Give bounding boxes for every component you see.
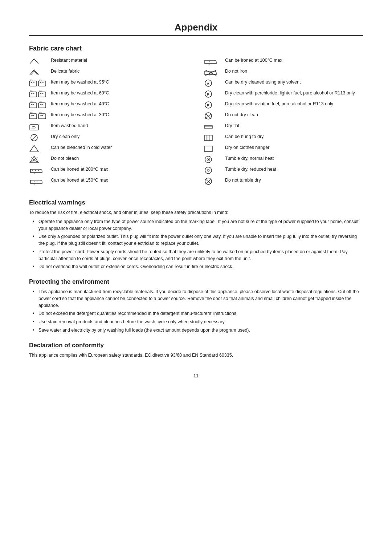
bleach-cold-icon (29, 145, 48, 153)
svg-text:A: A (207, 82, 209, 85)
fabric-care-heading: Fabric care chart (29, 45, 363, 52)
svg-point-26 (38, 170, 39, 171)
list-item: Tumble dry, normal heat (203, 155, 363, 163)
dry-flat-icon (203, 123, 222, 131)
svg-text:60: 60 (30, 90, 33, 92)
iron150-icon (29, 177, 48, 185)
list-item: 30 30 Item may be washed at 30°C. (29, 112, 189, 120)
svg-rect-6 (38, 92, 46, 97)
list-item: Do not overload the wall outlet or exten… (33, 263, 363, 270)
wash40-label: Item may be washed at 40°C. (51, 101, 110, 108)
dryclean-only-label: Dry clean only (51, 134, 79, 140)
svg-point-29 (37, 181, 37, 182)
declaration-section: Declaration of conformity This appliance… (29, 342, 363, 359)
list-item: 60 60 Item may be washed at 60°C (29, 90, 189, 98)
resistant-icon (29, 57, 48, 65)
svg-point-53 (208, 159, 209, 160)
list-item: Do not exceed the detergent quantities r… (33, 310, 363, 317)
handwash-label: Item washed hand (51, 123, 88, 129)
svg-rect-46 (204, 135, 212, 141)
list-item: A Can be dry cleaned using any solvent (203, 79, 363, 87)
list-item: Resistant material (29, 57, 189, 65)
clothes-hanger-icon (203, 145, 222, 153)
list-item: Do not iron (203, 68, 363, 76)
list-item: Use stain removal products and bleaches … (33, 319, 363, 325)
list-item: P Dry clean with perchloride, lighter fu… (203, 90, 363, 98)
svg-marker-19 (30, 145, 38, 152)
list-item: Can be hung to dry (203, 134, 363, 142)
iron200-label: Can be ironed at 200°C max (51, 166, 108, 173)
list-item: This appliance is manufactured from recy… (33, 288, 363, 309)
no-tumble-icon (203, 177, 222, 185)
fabric-care-section: Fabric care chart Resistant material (29, 45, 363, 188)
svg-rect-0 (29, 81, 37, 86)
svg-point-31 (209, 61, 210, 62)
fabric-left-col: Resistant material Delicate fabric (29, 57, 189, 188)
list-item: Do not tumble dry (203, 177, 363, 185)
svg-rect-50 (204, 146, 212, 151)
svg-point-24 (32, 170, 33, 171)
list-item: Dry flat (203, 123, 363, 131)
dry-any-solvent-icon: A (203, 79, 222, 87)
no-dry-clean-label: Do not dry clean (225, 112, 258, 118)
delicate-label: Delicate fabric (51, 68, 79, 75)
no-bleach-label: Do not bleach (51, 155, 79, 162)
list-item: Do not bleach (29, 155, 189, 163)
list-item: Dry on clothes hanger (203, 145, 363, 153)
tumble-reduced-label: Tumble dry, reduced heat (225, 166, 276, 173)
svg-text:40: 40 (30, 101, 33, 103)
electrical-warnings-intro: To reduce the risk of fire, electrical s… (29, 209, 363, 216)
no-iron-icon (203, 68, 222, 76)
svg-point-55 (207, 169, 209, 171)
svg-rect-10 (38, 103, 46, 108)
electrical-warnings-section: Electrical warnings To reduce the risk o… (29, 199, 363, 270)
list-item: Use only a grounded or polarized outlet.… (33, 233, 363, 247)
clothes-hanger-label: Dry on clothes hanger (225, 145, 269, 151)
declaration-heading: Declaration of conformity (29, 342, 363, 349)
list-item: Protect the power cord. Power supply cor… (33, 248, 363, 262)
protecting-environment-heading: Protecting the environment (29, 278, 363, 285)
delicate-icon (29, 68, 48, 76)
list-item: Operate the appliance only from the type… (33, 218, 363, 232)
dry-aviation-label: Dry clean with aviation fuel, pure alcoh… (225, 101, 333, 108)
dry-perchloride-icon: P (203, 90, 222, 98)
list-item: Can be bleached in cold water (29, 145, 189, 153)
page-title: Appendix (29, 22, 363, 33)
list-item: Tumble dry, reduced heat (203, 166, 363, 174)
dry-any-solvent-label: Can be dry cleaned using any solvent (225, 79, 301, 86)
tumble-reduced-icon (203, 166, 222, 174)
svg-rect-16 (30, 125, 38, 130)
iron200-icon (29, 166, 48, 174)
declaration-text: This appliance complies with European sa… (29, 352, 363, 359)
electrical-warnings-heading: Electrical warnings (29, 199, 363, 206)
svg-rect-12 (29, 114, 37, 119)
wash30-icon: 30 30 (29, 112, 48, 120)
dry-perchloride-label: Dry clean with perchloride, lighter fuel… (225, 90, 355, 97)
svg-text:F: F (207, 104, 209, 107)
svg-point-54 (205, 167, 212, 174)
iron100-icon (203, 57, 222, 65)
electrical-warnings-list: Operate the appliance only from the type… (29, 218, 363, 270)
resistant-label: Resistant material (51, 57, 87, 64)
wash60-label: Item may be washed at 60°C (51, 90, 109, 97)
protecting-environment-section: Protecting the environment This applianc… (29, 278, 363, 334)
svg-rect-4 (29, 92, 37, 97)
handwash-icon (29, 123, 48, 131)
hung-dry-label: Can be hung to dry (225, 134, 264, 140)
svg-text:30: 30 (30, 112, 33, 114)
list-item: Can be ironed at 200°C max (29, 166, 189, 174)
tumble-normal-label: Tumble dry, normal heat (225, 155, 274, 162)
wash60-icon: 60 60 (29, 90, 48, 98)
iron100-label: Can be ironed at 100°C max (225, 57, 282, 64)
wash95-icon: 95 95 (29, 79, 48, 87)
no-tumble-label: Do not tumble dry (225, 177, 261, 184)
list-item: Save water and electricity by only washi… (33, 327, 363, 334)
dry-flat-label: Dry flat (225, 123, 240, 129)
no-dry-clean-icon (203, 112, 222, 120)
dry-aviation-icon: F (203, 101, 222, 109)
svg-rect-2 (38, 81, 46, 86)
iron150-label: Can be ironed at 150°C max (51, 177, 108, 184)
list-item: Can be ironed at 100°C max (203, 57, 363, 65)
tumble-normal-icon (203, 155, 222, 163)
svg-line-18 (32, 135, 37, 140)
